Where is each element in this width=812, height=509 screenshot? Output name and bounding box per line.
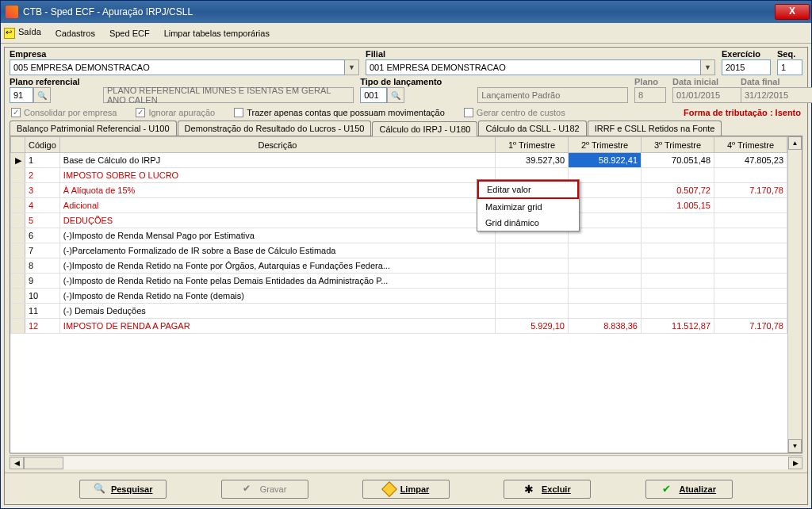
tab-u182[interactable]: Cálculo da CSLL - U182 [478,121,586,136]
chk-trazer[interactable]: Trazer apenas contas que possuam movimen… [234,108,445,117]
table-row[interactable]: 9(-)Imposto de Renda Retido na Fonte pel… [11,274,787,289]
pesquisar-button[interactable]: Pesquisar [79,480,167,499]
data-grid[interactable]: Código Descrição 1º Trimestre 2º Trimest… [10,136,802,454]
cell-descricao[interactable]: (-)Imposto de Renda Retido na Fonte por … [59,258,495,274]
cell-trim3[interactable] [642,168,714,183]
table-row[interactable]: 6(-)Imposto de Renda Mensal Pago por Est… [11,228,787,243]
cell-trim4[interactable] [714,168,787,183]
limpar-button[interactable]: Limpar [362,480,450,499]
cell-trim4[interactable] [714,289,787,304]
cell-trim1[interactable]: 39.527,30 [496,153,569,168]
cell-descricao[interactable]: Adicional [59,198,495,213]
cell-trim3[interactable] [642,213,714,228]
table-row[interactable]: 11(-) Demais Deduções [11,304,787,319]
cell-trim4[interactable] [714,274,787,289]
cell-trim2[interactable] [569,243,642,258]
cell-descricao[interactable]: IMPOSTO SOBRE O LUCRO [59,168,495,183]
ctx-grid-dinamico[interactable]: Grid dinâmico [477,215,579,231]
cell-trim3[interactable]: 0.507,72 [642,183,714,198]
cell-trim1[interactable] [496,274,569,289]
cell-codigo[interactable]: 5 [25,213,60,228]
cell-trim1[interactable] [496,258,569,274]
tipo-lanc-code[interactable] [360,87,387,103]
ctx-editar-valor[interactable]: Editar valor [477,180,579,199]
table-row[interactable]: 5DEDUÇÕES [11,213,787,228]
table-row[interactable]: ▶1Base de Cálculo do IRPJ39.527,3058.922… [11,153,787,168]
cell-trim4[interactable]: 7.170,78 [714,319,787,334]
excluir-button[interactable]: Excluir [504,480,591,499]
scroll-left-button[interactable]: ◀ [10,457,24,469]
cell-trim4[interactable] [714,198,787,213]
cell-codigo[interactable]: 11 [25,304,60,319]
cell-trim3[interactable] [642,304,714,319]
table-row[interactable]: 3À Alíquota de 15%5.920.507,727.170,78 [11,183,787,198]
cell-descricao[interactable]: (-)Parcelamento Formalizado de IR sobre … [59,243,495,258]
tab-u150[interactable]: Demonstração do Resultado do Lucros - U1… [178,121,372,136]
cell-trim4[interactable] [714,258,787,274]
filial-dropdown-arrow[interactable]: ▼ [701,59,715,75]
cell-descricao[interactable]: (-) Demais Deduções [59,304,495,319]
cell-trim4[interactable]: 47.805,23 [714,153,787,168]
menu-cadastros[interactable]: Cadastros [56,29,95,38]
cell-trim3[interactable] [642,243,714,258]
cell-trim4[interactable]: 7.170,78 [714,183,787,198]
cell-trim4[interactable] [714,304,787,319]
plano-ref-code[interactable] [10,87,33,103]
cell-codigo[interactable]: 8 [25,258,60,274]
scroll-down-button[interactable]: ▼ [788,439,802,453]
col-descricao[interactable]: Descrição [59,137,495,153]
filial-input[interactable] [366,59,701,75]
cell-codigo[interactable]: 10 [25,289,60,304]
vertical-scrollbar[interactable]: ▲ ▼ [787,136,802,453]
col-trim4[interactable]: 4º Trimestre [714,137,787,153]
plano-ref-lookup-button[interactable]: 🔍 [33,87,51,103]
exercicio-input[interactable] [722,59,771,75]
empresa-input[interactable] [10,59,345,75]
seq-input[interactable] [777,59,802,75]
cell-trim2[interactable] [569,274,642,289]
cell-trim2[interactable] [569,304,642,319]
atualizar-button[interactable]: Atualizar [645,480,733,499]
cell-trim3[interactable]: 70.051,48 [642,153,714,168]
cell-trim3[interactable] [642,289,714,304]
col-trim2[interactable]: 2º Trimestre [569,137,642,153]
table-row[interactable]: 8(-)Imposto de Renda Retido na Fonte por… [11,258,787,274]
tab-u180[interactable]: Cálculo do IRPJ - U180 [372,121,477,136]
table-row[interactable]: 10(-)Imposto de Renda Retido na Fonte (d… [11,289,787,304]
empresa-dropdown-arrow[interactable]: ▼ [345,59,359,75]
tab-irrf-csll[interactable]: IRRF e CSLL Retidos na Fonte [588,121,722,136]
cell-descricao[interactable]: (-)Imposto de Renda Mensal Pago por Esti… [59,228,495,243]
cell-codigo[interactable]: 6 [25,228,60,243]
cell-trim2[interactable] [569,258,642,274]
scroll-right-button[interactable]: ▶ [788,457,802,469]
cell-descricao[interactable]: À Alíquota de 15% [59,183,495,198]
scroll-thumb[interactable] [24,457,63,469]
close-button[interactable]: X [775,4,810,20]
cell-descricao[interactable]: DEDUÇÕES [59,213,495,228]
cell-codigo[interactable]: 9 [25,274,60,289]
cell-trim2[interactable] [569,289,642,304]
table-row[interactable]: 4Adicional1.005,15 [11,198,787,213]
cell-codigo[interactable]: 1 [25,153,60,168]
tipo-lanc-lookup-button[interactable]: 🔍 [387,87,404,103]
cell-codigo[interactable]: 2 [25,168,60,183]
cell-codigo[interactable]: 12 [25,319,60,334]
menu-limpar-tabelas[interactable]: Limpar tabelas temporárias [164,29,270,38]
menu-saida[interactable]: Saída [4,27,41,38]
col-codigo[interactable]: Código [25,137,60,153]
horizontal-scrollbar[interactable]: ◀ ▶ [10,455,802,469]
table-row[interactable]: 7(-)Parcelamento Formalizado de IR sobre… [11,243,787,258]
cell-trim2[interactable]: 8.838,36 [569,319,642,334]
cell-descricao[interactable]: Base de Cálculo do IRPJ [59,153,495,168]
cell-trim4[interactable] [714,213,787,228]
cell-trim2[interactable]: 58.922,41 [569,153,642,168]
cell-descricao[interactable]: (-)Imposto de Renda Retido na Fonte (dem… [59,289,495,304]
cell-codigo[interactable]: 7 [25,243,60,258]
cell-descricao[interactable]: (-)Imposto de Renda Retido na Fonte pela… [59,274,495,289]
cell-trim3[interactable]: 11.512,87 [642,319,714,334]
col-trim1[interactable]: 1º Trimestre [496,137,569,153]
cell-trim1[interactable] [496,289,569,304]
cell-codigo[interactable]: 4 [25,198,60,213]
cell-trim1[interactable] [496,304,569,319]
table-row[interactable]: 12IMPOSTO DE RENDA A PAGAR5.929,108.838,… [11,319,787,334]
